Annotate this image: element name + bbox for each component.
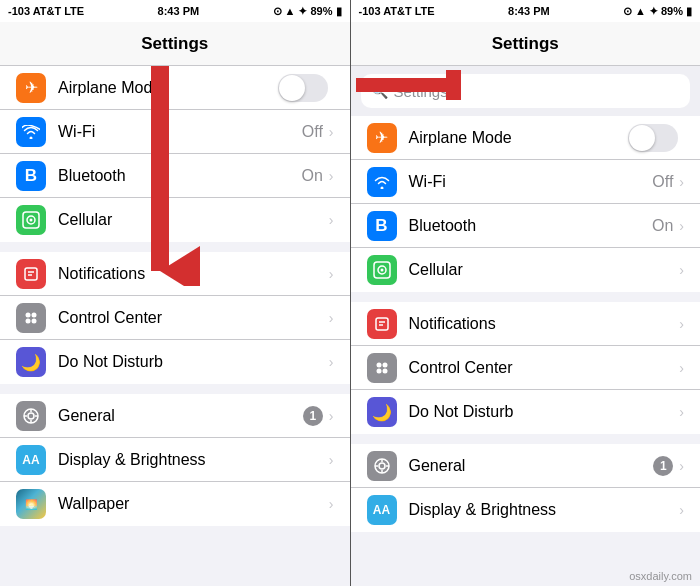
right-search-bar[interactable]: 🔍 Settings: [361, 74, 691, 108]
left-display-icon-bg: AA: [16, 445, 46, 475]
left-wifi-status-icon: ▲: [285, 5, 296, 17]
svg-point-28: [376, 368, 381, 373]
right-time: 8:43 PM: [508, 5, 550, 17]
left-wallpaper-chevron: ›: [329, 496, 334, 512]
right-search-icon: 🔍: [371, 83, 388, 99]
right-row-cellular[interactable]: Cellular ›: [351, 248, 701, 292]
left-status-right: ⊙ ▲ ✦ 89% ▮: [273, 5, 342, 18]
svg-point-9: [32, 318, 37, 323]
right-row-general[interactable]: General 1 ›: [351, 444, 701, 488]
left-network: LTE: [64, 5, 84, 17]
left-time: 8:43 PM: [158, 5, 200, 17]
left-dnd-label: Do Not Disturb: [58, 353, 329, 371]
right-notif-label: Notifications: [409, 315, 680, 333]
left-airplane-toggle[interactable]: [278, 74, 328, 102]
right-airplane-toggle-knob: [629, 125, 655, 151]
right-row-airplane[interactable]: ✈ Airplane Mode: [351, 116, 701, 160]
right-row-bluetooth[interactable]: B Bluetooth On ›: [351, 204, 701, 248]
right-carrier: -103 AT&T: [359, 5, 412, 17]
svg-point-22: [380, 269, 383, 272]
left-settings-list: ✈ Airplane Mode: [0, 66, 350, 586]
right-general-label: General: [409, 457, 654, 475]
right-airplane-toggle[interactable]: [628, 124, 678, 152]
right-bt-label: Bluetooth: [409, 217, 652, 235]
right-dnd-icon: 🌙: [372, 403, 392, 422]
right-phone-panel: -103 AT&T LTE 8:43 PM ⊙ ▲ ✦ 89% ▮ Settin…: [351, 0, 701, 586]
left-airplane-icon: ✈: [25, 78, 38, 97]
right-cellular-icon-bg: [367, 255, 397, 285]
right-nav-bar: Settings: [351, 22, 701, 66]
left-cc-icon-bg: [16, 303, 46, 333]
left-row-general[interactable]: General 1 ›: [0, 394, 350, 438]
right-cc-label: Control Center: [409, 359, 680, 377]
right-row-display[interactable]: AA Display & Brightness ›: [351, 488, 701, 532]
right-battery-icon: ▮: [686, 5, 692, 18]
left-general-chevron: ›: [329, 408, 334, 424]
left-row-cellular[interactable]: Cellular ›: [0, 198, 350, 242]
left-bt-status-icon: ✦: [298, 5, 307, 18]
right-row-dnd[interactable]: 🌙 Do Not Disturb ›: [351, 390, 701, 434]
svg-rect-3: [25, 268, 37, 280]
right-status-right: ⊙ ▲ ✦ 89% ▮: [623, 5, 692, 18]
right-cellular-label: Cellular: [409, 261, 680, 279]
left-bt-value: On: [301, 167, 322, 185]
left-general-icon: [22, 407, 40, 425]
right-notif-icon: [373, 315, 391, 333]
left-wifi-chevron: ›: [329, 124, 334, 140]
left-general-badge: 1: [303, 406, 323, 426]
left-airplane-label: Airplane Mode: [58, 79, 278, 97]
right-notif-icon-bg: [367, 309, 397, 339]
right-bt-icon: B: [375, 216, 387, 236]
left-bt-icon-bg: B: [16, 161, 46, 191]
right-airplane-label: Airplane Mode: [409, 129, 629, 147]
right-cc-chevron: ›: [679, 360, 684, 376]
left-wallpaper-label: Wallpaper: [58, 495, 329, 513]
right-cellular-icon: [373, 261, 391, 279]
right-wifi-icon: [373, 175, 391, 189]
left-dnd-icon-bg: 🌙: [16, 347, 46, 377]
left-bt-icon: B: [25, 166, 37, 186]
left-row-display[interactable]: AA Display & Brightness ›: [0, 438, 350, 482]
left-display-icon: AA: [22, 453, 39, 467]
right-row-notifications[interactable]: Notifications ›: [351, 302, 701, 346]
svg-point-2: [30, 219, 33, 222]
left-cc-chevron: ›: [329, 310, 334, 326]
svg-point-31: [379, 463, 385, 469]
left-cc-icon: [22, 309, 40, 327]
left-notif-chevron: ›: [329, 266, 334, 282]
left-bt-chevron: ›: [329, 168, 334, 184]
right-row-wifi[interactable]: Wi-Fi Off ›: [351, 160, 701, 204]
left-row-notifications[interactable]: Notifications ›: [0, 252, 350, 296]
right-nav-title: Settings: [492, 34, 559, 54]
right-battery-pct: 89%: [661, 5, 683, 17]
left-bt-label: Bluetooth: [58, 167, 301, 185]
left-row-dnd[interactable]: 🌙 Do Not Disturb ›: [0, 340, 350, 384]
left-row-airplane[interactable]: ✈ Airplane Mode: [0, 66, 350, 110]
left-notif-label: Notifications: [58, 265, 329, 283]
svg-point-11: [28, 413, 34, 419]
left-wifi-icon: [22, 125, 40, 139]
right-row-control-center[interactable]: Control Center ›: [351, 346, 701, 390]
right-search-area: 🔍 Settings: [351, 66, 701, 116]
left-row-wallpaper[interactable]: 🌅 Wallpaper ›: [0, 482, 350, 526]
right-dnd-label: Do Not Disturb: [409, 403, 680, 421]
right-dnd-chevron: ›: [679, 404, 684, 420]
left-nav-title: Settings: [141, 34, 208, 54]
right-section-notifications: Notifications › Control Center: [351, 302, 701, 434]
left-wifi-icon-bg: [16, 117, 46, 147]
right-display-label: Display & Brightness: [409, 501, 680, 519]
right-cellular-chevron: ›: [679, 262, 684, 278]
left-dnd-chevron: ›: [329, 354, 334, 370]
left-carrier: -103 AT&T: [8, 5, 61, 17]
right-general-chevron: ›: [679, 458, 684, 474]
left-row-control-center[interactable]: Control Center ›: [0, 296, 350, 340]
svg-point-7: [32, 312, 37, 317]
svg-point-27: [382, 362, 387, 367]
left-row-wifi[interactable]: Wi-Fi Off ›: [0, 110, 350, 154]
left-wifi-value: Off: [302, 123, 323, 141]
right-cc-icon: [373, 359, 391, 377]
right-section-general: General 1 › AA Display & Brightness ›: [351, 444, 701, 532]
left-row-bluetooth[interactable]: B Bluetooth On ›: [0, 154, 350, 198]
left-notif-icon-bg: [16, 259, 46, 289]
right-settings-list: ✈ Airplane Mode: [351, 116, 701, 586]
